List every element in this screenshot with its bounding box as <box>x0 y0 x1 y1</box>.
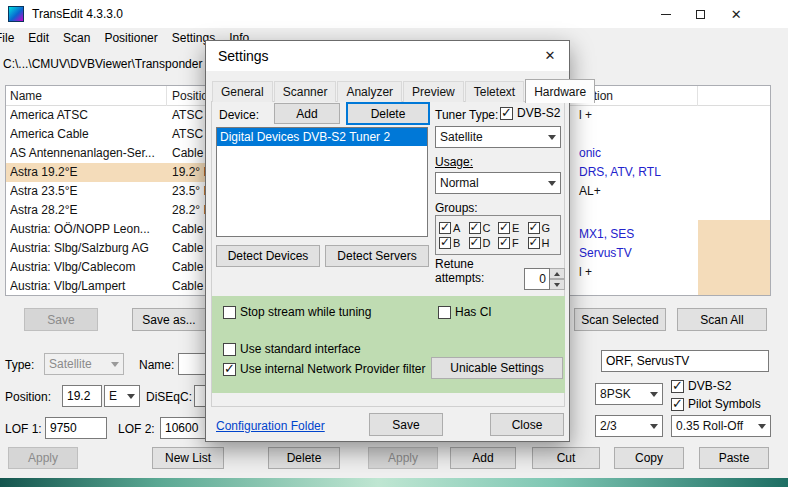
group-cell: A <box>439 222 469 234</box>
settings-tabs: General Scanner Analyzer Preview Teletex… <box>212 78 596 102</box>
device-list-item-selected[interactable]: Digital Devices DVB-S2 Tuner 2 <box>217 128 427 146</box>
minimize-button[interactable] <box>648 0 683 28</box>
cut-button[interactable]: Cut <box>532 447 600 469</box>
fec-select[interactable]: 2/3 <box>595 415 663 437</box>
dvbs2-checkbox[interactable] <box>671 380 684 393</box>
type-select[interactable]: Satellite <box>44 353 124 375</box>
group-h-checkbox[interactable] <box>528 237 540 249</box>
tab-analyzer[interactable]: Analyzer <box>337 81 402 102</box>
column-header-name[interactable]: Name <box>10 89 42 103</box>
device-label: Device: <box>219 108 259 122</box>
save-button[interactable]: Save <box>24 308 98 331</box>
apply-right-button[interactable]: Apply <box>368 447 438 469</box>
group-a-checkbox[interactable] <box>439 222 451 234</box>
dialog-close-button-bottom[interactable]: Close <box>490 413 564 436</box>
tuner-dvbs2-label: DVB-S2 <box>517 106 560 120</box>
tab-hardware[interactable]: Hardware <box>525 79 595 103</box>
save-as-button[interactable]: Save as... <box>132 308 206 331</box>
screen: TransEdit 4.3.3.0 ✕ File Edit Scan Posit… <box>0 0 788 487</box>
tuner-dvbs2-checkbox[interactable] <box>500 107 513 120</box>
tab-teletext[interactable]: Teletext <box>465 81 524 102</box>
usage-select[interactable]: Normal <box>435 172 561 194</box>
cell-name: America ATSC <box>10 106 164 125</box>
scan-all-button[interactable]: Scan All <box>677 308 767 331</box>
group-e-checkbox[interactable] <box>498 222 510 234</box>
chevron-down-icon <box>544 173 560 193</box>
menu-edit[interactable]: Edit <box>21 28 56 48</box>
column-separator-2[interactable] <box>697 86 698 106</box>
spinner-down-button[interactable] <box>550 279 565 290</box>
device-delete-button[interactable]: Delete <box>346 102 430 125</box>
desktop-background <box>0 478 788 487</box>
chevron-down-icon <box>544 127 560 147</box>
direction-select[interactable]: E <box>104 385 140 407</box>
description-fragment: AL+ <box>579 182 601 201</box>
lof1-input[interactable] <box>45 417 107 439</box>
menu-file[interactable]: File <box>0 28 21 48</box>
device-list: Digital Devices DVB-S2 Tuner 2 <box>216 127 428 237</box>
file-path: C:\...\CMUV\DVBViewer\Transponder <box>3 57 202 71</box>
stop-stream-checkbox[interactable] <box>223 306 236 319</box>
new-list-button[interactable]: New List <box>152 447 224 469</box>
chevron-up-icon <box>554 272 560 276</box>
cell-name: Austria: OÖ/NOPP Leon... <box>10 220 164 239</box>
maximize-button[interactable] <box>683 0 718 28</box>
lof1-label: LOF 1: <box>5 422 42 436</box>
tab-scanner[interactable]: Scanner <box>274 81 337 102</box>
menu-scan[interactable]: Scan <box>56 28 97 48</box>
cell-name: Austria: Vlbg/Lampert <box>10 277 164 296</box>
diseqc-label: DiSEqC: <box>146 390 192 404</box>
configuration-folder-link[interactable]: Configuration Folder <box>216 419 325 433</box>
scan-selected-button[interactable]: Scan Selected <box>574 308 666 331</box>
tab-general[interactable]: General <box>212 81 273 102</box>
add-button[interactable]: Add <box>450 447 516 469</box>
tuner-type-label: Tuner Type: <box>435 108 498 122</box>
column-separator[interactable] <box>166 86 167 106</box>
chevron-down-icon <box>123 386 139 406</box>
dialog-save-button[interactable]: Save <box>369 413 443 436</box>
group-d-checkbox[interactable] <box>469 237 481 249</box>
copy-button[interactable]: Copy <box>614 447 684 469</box>
group-g-checkbox[interactable] <box>528 222 540 234</box>
apply-left-button[interactable]: Apply <box>8 447 78 469</box>
tuner-type-checkbox-row: DVB-S2 <box>500 106 560 120</box>
minimize-icon <box>661 14 671 15</box>
unicable-settings-button[interactable]: Unicable Settings <box>431 357 563 379</box>
paste-button[interactable]: Paste <box>699 447 769 469</box>
close-button[interactable]: ✕ <box>719 0 754 28</box>
direction-value: E <box>105 389 123 403</box>
standard-interface-checkbox[interactable] <box>223 343 236 356</box>
pilot-symbols-checkbox[interactable] <box>671 398 684 411</box>
group-f-checkbox[interactable] <box>498 237 510 249</box>
has-ci-checkbox[interactable] <box>438 306 451 319</box>
modulation-select[interactable]: 8PSK <box>595 383 663 405</box>
menu-positioner[interactable]: Positioner <box>97 28 164 48</box>
channel-names-input[interactable] <box>601 350 769 372</box>
type-value: Satellite <box>45 357 107 371</box>
tuner-mode-select[interactable]: Satellite <box>435 126 561 148</box>
dialog-close-button[interactable]: ✕ <box>531 41 569 70</box>
description-fragment: onic <box>579 144 601 163</box>
group-label: E <box>512 222 519 234</box>
cell-position: Cable <box>172 258 203 277</box>
spinner-up-button[interactable] <box>550 268 565 279</box>
group-c-checkbox[interactable] <box>469 222 481 234</box>
detect-servers-button[interactable]: Detect Servers <box>325 245 429 267</box>
close-icon: ✕ <box>545 48 556 63</box>
detect-devices-button[interactable]: Detect Devices <box>216 245 320 267</box>
group-cell: D <box>469 237 499 249</box>
delete-list-button[interactable]: Delete <box>268 447 340 469</box>
group-b-checkbox[interactable] <box>439 237 451 249</box>
description-fragment: DRS, ATV, RTL <box>579 163 661 182</box>
network-filter-row: Use internal Network Provider filter <box>223 362 425 376</box>
tab-preview[interactable]: Preview <box>403 81 464 102</box>
title-bar: TransEdit 4.3.3.0 ✕ <box>0 0 788 28</box>
cell-name: Astra 19.2°E <box>10 163 164 182</box>
retune-value[interactable]: 0 <box>524 268 550 290</box>
rolloff-select[interactable]: 0.35 Roll-Off <box>671 415 771 437</box>
cell-position: Cable <box>172 277 203 296</box>
position-input[interactable] <box>62 385 102 407</box>
network-filter-checkbox[interactable] <box>223 363 236 376</box>
device-add-button[interactable]: Add <box>274 103 340 124</box>
network-filter-label: Use internal Network Provider filter <box>240 362 425 376</box>
